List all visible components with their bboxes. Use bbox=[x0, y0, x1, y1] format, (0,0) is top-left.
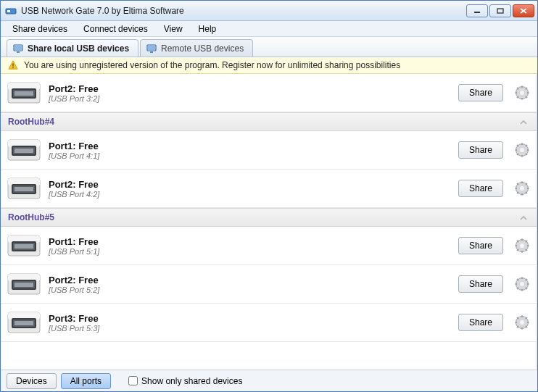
port-name: Port1: Free bbox=[49, 141, 451, 151]
menu-connect-devices[interactable]: Connect devices bbox=[76, 22, 155, 36]
port-row[interactable]: Port1: Free[USB Port 5:1]Share bbox=[1, 227, 537, 265]
warning-text: You are using unregistered version of th… bbox=[24, 60, 400, 70]
port-row[interactable]: Port1: Free[USB Port 4:1]Share bbox=[1, 131, 537, 170]
device-list: Port2: Free[USB Port 3:2]ShareRootHub#4P… bbox=[1, 74, 537, 370]
share-button[interactable]: Share bbox=[458, 84, 503, 101]
menu-help[interactable]: Help bbox=[191, 22, 224, 36]
chevron-up-icon bbox=[518, 116, 529, 128]
menu-share-devices[interactable]: Share devices bbox=[5, 22, 75, 36]
share-button[interactable]: Share bbox=[458, 275, 503, 293]
gear-icon[interactable] bbox=[515, 86, 529, 100]
warning-icon bbox=[8, 60, 18, 70]
minimize-button[interactable] bbox=[466, 4, 488, 17]
tab-remote[interactable]: Remote USB devices bbox=[140, 39, 253, 57]
svg-rect-10 bbox=[148, 46, 155, 50]
tab-bar: Share local USB devices Remote USB devic… bbox=[1, 37, 537, 57]
devices-button[interactable]: Devices bbox=[7, 373, 57, 389]
usb-port-icon bbox=[7, 135, 41, 164]
window-title: USB Network Gate 7.0 by Eltima Software bbox=[21, 6, 466, 16]
usb-port-icon bbox=[7, 308, 41, 337]
port-info: Port2: Free[USB Port 4:2] bbox=[49, 179, 451, 199]
gear-icon[interactable] bbox=[515, 181, 529, 196]
show-only-shared-checkbox[interactable] bbox=[128, 376, 138, 385]
port-subtitle: [USB Port 4:1] bbox=[49, 151, 451, 160]
port-row[interactable]: Port2: Free[USB Port 3:2]Share bbox=[1, 74, 537, 112]
show-only-shared[interactable]: Show only shared devices bbox=[128, 376, 242, 386]
gear-icon[interactable] bbox=[515, 143, 529, 157]
svg-point-14 bbox=[12, 67, 14, 69]
tab-share-local[interactable]: Share local USB devices bbox=[7, 39, 138, 57]
port-subtitle: [USB Port 5:3] bbox=[49, 324, 451, 333]
chevron-up-icon bbox=[518, 212, 529, 223]
close-button[interactable] bbox=[513, 4, 534, 17]
port-info: Port1: Free[USB Port 5:1] bbox=[49, 236, 451, 256]
usb-port-icon bbox=[7, 174, 41, 203]
port-name: Port2: Free bbox=[49, 275, 451, 285]
title-bar: USB Network Gate 7.0 by Eltima Software bbox=[1, 1, 537, 21]
port-subtitle: [USB Port 5:2] bbox=[49, 285, 451, 294]
gear-icon[interactable] bbox=[515, 238, 529, 253]
port-name: Port1: Free bbox=[49, 236, 451, 247]
tab-label: Share local USB devices bbox=[28, 43, 129, 54]
show-only-shared-label: Show only shared devices bbox=[141, 376, 242, 386]
allports-button[interactable]: All ports bbox=[61, 373, 111, 389]
hub-name: RootHub#4 bbox=[8, 117, 54, 127]
port-row[interactable]: Port2: Free[USB Port 4:2]Share bbox=[1, 170, 537, 208]
maximize-button[interactable] bbox=[489, 4, 511, 17]
port-subtitle: [USB Port 3:2] bbox=[49, 94, 451, 103]
port-subtitle: [USB Port 4:2] bbox=[49, 190, 451, 199]
hub-header[interactable]: RootHub#5 bbox=[1, 208, 537, 227]
warning-bar: You are using unregistered version of th… bbox=[1, 57, 537, 74]
usb-port-icon bbox=[7, 78, 41, 107]
port-subtitle: [USB Port 5:1] bbox=[49, 247, 451, 256]
hub-header[interactable]: RootHub#4 bbox=[1, 112, 537, 131]
gear-icon[interactable] bbox=[515, 277, 529, 291]
port-row[interactable]: Port2: Free[USB Port 5:2]Share bbox=[1, 265, 537, 304]
hub-name: RootHub#5 bbox=[8, 212, 54, 222]
port-info: Port2: Free[USB Port 3:2] bbox=[49, 83, 451, 103]
port-info: Port2: Free[USB Port 5:2] bbox=[49, 275, 451, 294]
port-info: Port3: Free[USB Port 5:3] bbox=[49, 313, 451, 333]
gear-icon[interactable] bbox=[515, 315, 529, 330]
usb-port-icon bbox=[7, 231, 41, 260]
share-button[interactable]: Share bbox=[458, 141, 503, 159]
svg-rect-1 bbox=[7, 10, 10, 12]
menu-bar: Share devices Connect devices View Help bbox=[1, 21, 537, 37]
svg-rect-7 bbox=[15, 46, 22, 50]
monitor-icon bbox=[13, 44, 23, 53]
port-name: Port3: Free bbox=[49, 313, 451, 324]
app-icon bbox=[5, 5, 17, 17]
bottom-bar: Devices All ports Show only shared devic… bbox=[1, 370, 537, 391]
menu-view[interactable]: View bbox=[157, 22, 190, 36]
port-row[interactable]: Port3: Free[USB Port 5:3]Share bbox=[1, 304, 537, 342]
share-button[interactable]: Share bbox=[458, 314, 503, 331]
usb-port-icon bbox=[7, 270, 41, 299]
port-info: Port1: Free[USB Port 4:1] bbox=[49, 141, 451, 160]
share-button[interactable]: Share bbox=[458, 180, 503, 197]
svg-rect-3 bbox=[497, 9, 503, 13]
monitor-icon bbox=[146, 44, 157, 53]
port-name: Port2: Free bbox=[49, 83, 451, 94]
port-name: Port2: Free bbox=[49, 179, 451, 190]
tab-label: Remote USB devices bbox=[161, 43, 244, 54]
share-button[interactable]: Share bbox=[458, 237, 503, 254]
